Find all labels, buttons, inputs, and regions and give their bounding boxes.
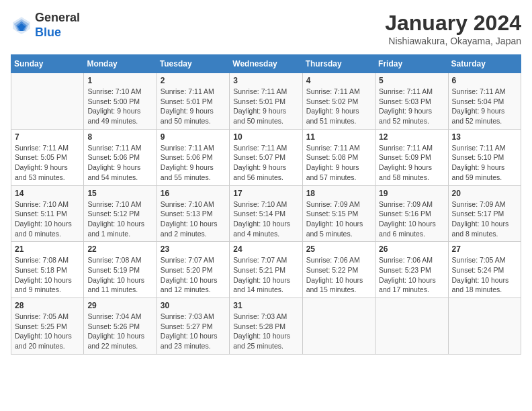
day-number: 22 [87,244,152,254]
weekday-header-friday: Friday [375,55,448,73]
calendar-cell: 21Sunrise: 7:08 AMSunset: 5:18 PMDayligh… [11,242,84,298]
page-header: General Blue January 2024 Nishiawakura, … [11,11,521,46]
calendar-week-2: 7Sunrise: 7:11 AMSunset: 5:05 PMDaylight… [11,129,521,185]
calendar-cell: 7Sunrise: 7:11 AMSunset: 5:05 PMDaylight… [11,129,84,185]
calendar-cell: 26Sunrise: 7:06 AMSunset: 5:23 PMDayligh… [375,242,448,298]
weekday-header-saturday: Saturday [448,55,521,73]
calendar-cell: 24Sunrise: 7:07 AMSunset: 5:21 PMDayligh… [230,242,302,298]
day-info: Sunrise: 7:11 AMSunset: 5:06 PMDaylight:… [161,143,226,183]
day-number: 5 [379,76,444,85]
calendar-cell: 29Sunrise: 7:04 AMSunset: 5:26 PMDayligh… [84,298,157,355]
calendar-cell: 2Sunrise: 7:11 AMSunset: 5:01 PMDaylight… [157,73,229,130]
day-number: 14 [15,189,80,198]
calendar-cell [11,73,84,130]
logo: General Blue [11,11,80,40]
day-number: 11 [306,132,371,142]
day-info: Sunrise: 7:11 AMSunset: 5:08 PMDaylight:… [306,143,371,183]
month-title: January 2024 [385,11,521,36]
logo-general-text: General [35,11,80,24]
day-info: Sunrise: 7:08 AMSunset: 5:18 PMDaylight:… [15,255,80,295]
weekday-header-row: SundayMondayTuesdayWednesdayThursdayFrid… [11,55,521,73]
weekday-header-monday: Monday [84,55,157,73]
day-info: Sunrise: 7:05 AMSunset: 5:24 PMDaylight:… [452,255,517,295]
calendar-cell: 30Sunrise: 7:03 AMSunset: 5:27 PMDayligh… [157,298,229,355]
day-number: 20 [452,189,517,198]
day-info: Sunrise: 7:10 AMSunset: 5:11 PMDaylight:… [15,199,80,239]
calendar-cell: 13Sunrise: 7:11 AMSunset: 5:10 PMDayligh… [448,129,521,185]
day-info: Sunrise: 7:10 AMSunset: 5:14 PMDaylight:… [233,199,298,239]
day-number: 13 [452,132,517,142]
day-number: 19 [379,189,444,198]
calendar-cell: 19Sunrise: 7:09 AMSunset: 5:16 PMDayligh… [375,185,448,242]
weekday-header-tuesday: Tuesday [157,55,229,73]
calendar-cell: 6Sunrise: 7:11 AMSunset: 5:04 PMDaylight… [448,73,521,130]
calendar-week-4: 21Sunrise: 7:08 AMSunset: 5:18 PMDayligh… [11,242,521,298]
day-number: 12 [379,132,444,142]
day-number: 18 [306,189,371,198]
day-number: 1 [87,76,152,85]
day-number: 3 [233,76,298,85]
day-info: Sunrise: 7:08 AMSunset: 5:19 PMDaylight:… [87,255,152,295]
day-info: Sunrise: 7:03 AMSunset: 5:27 PMDaylight:… [161,312,226,351]
calendar-cell: 11Sunrise: 7:11 AMSunset: 5:08 PMDayligh… [302,129,375,185]
calendar-week-3: 14Sunrise: 7:10 AMSunset: 5:11 PMDayligh… [11,185,521,242]
day-number: 9 [161,132,226,142]
calendar-cell: 8Sunrise: 7:11 AMSunset: 5:06 PMDaylight… [84,129,157,185]
day-number: 25 [306,244,371,254]
calendar-cell: 27Sunrise: 7:05 AMSunset: 5:24 PMDayligh… [448,242,521,298]
calendar-cell: 25Sunrise: 7:06 AMSunset: 5:22 PMDayligh… [302,242,375,298]
calendar-cell [448,298,521,355]
day-info: Sunrise: 7:10 AMSunset: 5:00 PMDaylight:… [87,87,152,126]
calendar-cell: 31Sunrise: 7:03 AMSunset: 5:28 PMDayligh… [230,298,302,355]
calendar-cell: 15Sunrise: 7:10 AMSunset: 5:12 PMDayligh… [84,185,157,242]
calendar-cell: 14Sunrise: 7:10 AMSunset: 5:11 PMDayligh… [11,185,84,242]
day-info: Sunrise: 7:11 AMSunset: 5:01 PMDaylight:… [233,87,298,126]
calendar-week-1: 1Sunrise: 7:10 AMSunset: 5:00 PMDaylight… [11,73,521,130]
day-info: Sunrise: 7:11 AMSunset: 5:10 PMDaylight:… [452,143,517,183]
day-number: 27 [452,244,517,254]
day-number: 17 [233,189,298,198]
location-subtitle: Nishiawakura, Okayama, Japan [385,36,521,46]
day-number: 24 [233,244,298,254]
day-number: 26 [379,244,444,254]
day-info: Sunrise: 7:11 AMSunset: 5:09 PMDaylight:… [379,143,444,183]
calendar-week-5: 28Sunrise: 7:05 AMSunset: 5:25 PMDayligh… [11,298,521,355]
day-info: Sunrise: 7:09 AMSunset: 5:16 PMDaylight:… [379,199,444,239]
day-number: 31 [233,301,298,310]
day-number: 29 [87,301,152,310]
day-info: Sunrise: 7:11 AMSunset: 5:01 PMDaylight:… [161,87,226,126]
logo-icon [11,15,32,36]
day-info: Sunrise: 7:07 AMSunset: 5:21 PMDaylight:… [233,255,298,295]
day-number: 23 [161,244,226,254]
day-number: 10 [233,132,298,142]
calendar-cell: 18Sunrise: 7:09 AMSunset: 5:15 PMDayligh… [302,185,375,242]
calendar-cell: 4Sunrise: 7:11 AMSunset: 5:02 PMDaylight… [302,73,375,130]
calendar-cell: 1Sunrise: 7:10 AMSunset: 5:00 PMDaylight… [84,73,157,130]
day-number: 8 [87,132,152,142]
day-info: Sunrise: 7:11 AMSunset: 5:03 PMDaylight:… [379,87,444,126]
calendar-cell: 28Sunrise: 7:05 AMSunset: 5:25 PMDayligh… [11,298,84,355]
day-info: Sunrise: 7:10 AMSunset: 5:12 PMDaylight:… [87,199,152,239]
calendar-cell: 9Sunrise: 7:11 AMSunset: 5:06 PMDaylight… [157,129,229,185]
calendar-cell: 22Sunrise: 7:08 AMSunset: 5:19 PMDayligh… [84,242,157,298]
day-info: Sunrise: 7:06 AMSunset: 5:22 PMDaylight:… [306,255,371,295]
day-info: Sunrise: 7:11 AMSunset: 5:05 PMDaylight:… [15,143,80,183]
calendar-cell: 23Sunrise: 7:07 AMSunset: 5:20 PMDayligh… [157,242,229,298]
day-number: 6 [452,76,517,85]
calendar-cell: 12Sunrise: 7:11 AMSunset: 5:09 PMDayligh… [375,129,448,185]
calendar-cell: 10Sunrise: 7:11 AMSunset: 5:07 PMDayligh… [230,129,302,185]
calendar-cell: 5Sunrise: 7:11 AMSunset: 5:03 PMDaylight… [375,73,448,130]
day-info: Sunrise: 7:11 AMSunset: 5:02 PMDaylight:… [306,87,371,126]
weekday-header-sunday: Sunday [11,55,84,73]
day-info: Sunrise: 7:11 AMSunset: 5:07 PMDaylight:… [233,143,298,183]
day-number: 16 [161,189,226,198]
day-number: 21 [15,244,80,254]
calendar-table: SundayMondayTuesdayWednesdayThursdayFrid… [11,54,521,355]
day-info: Sunrise: 7:09 AMSunset: 5:15 PMDaylight:… [306,199,371,239]
calendar-cell: 17Sunrise: 7:10 AMSunset: 5:14 PMDayligh… [230,185,302,242]
title-block: January 2024 Nishiawakura, Okayama, Japa… [385,11,521,46]
day-info: Sunrise: 7:05 AMSunset: 5:25 PMDaylight:… [15,312,80,351]
day-info: Sunrise: 7:11 AMSunset: 5:06 PMDaylight:… [87,143,152,183]
day-info: Sunrise: 7:03 AMSunset: 5:28 PMDaylight:… [233,312,298,351]
day-info: Sunrise: 7:11 AMSunset: 5:04 PMDaylight:… [452,87,517,126]
